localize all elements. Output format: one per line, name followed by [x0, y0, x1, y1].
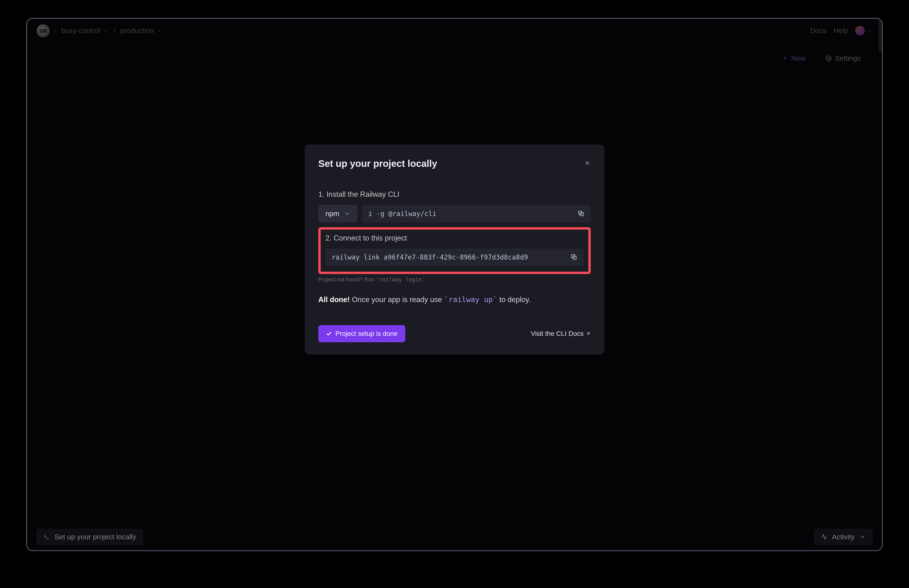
setup-locally-pill[interactable]: Set up your project locally [37, 529, 143, 545]
login-hint-cmd: `railway login` [376, 276, 425, 283]
setup-modal: Set up your project locally 1. Install t… [305, 145, 604, 354]
terminal-icon [44, 534, 50, 540]
copy-icon [577, 210, 584, 217]
external-link-icon [586, 331, 591, 336]
install-command-box: i -g @railway/cli [362, 205, 591, 223]
install-row: npm i -g @railway/cli [318, 205, 591, 223]
link-command-text: railway link a96f47e7-883f-429c-8966-f97… [332, 254, 528, 261]
done-button-label: Project setup is done [336, 330, 398, 338]
app-window: / busy-control / production Docs Help Ne… [26, 18, 883, 551]
link-command-box: railway link a96f47e7-883f-429c-8966-f97… [325, 249, 584, 266]
done-cmd: `railway up` [444, 295, 497, 304]
activity-pill[interactable]: Activity [814, 529, 872, 545]
cli-docs-label: Visit the CLI Docs [531, 330, 584, 338]
modal-footer: Project setup is done Visit the CLI Docs [318, 316, 591, 342]
copy-icon [570, 254, 577, 260]
bottombar: Set up your project locally Activity [27, 523, 882, 550]
modal-header: Set up your project locally [318, 158, 591, 179]
project-setup-done-button[interactable]: Project setup is done [318, 325, 405, 342]
step-2-highlight: 2. Connect to this project railway link … [318, 227, 591, 274]
activity-icon [821, 534, 827, 540]
login-hint-prefix: Project not found? Run [318, 276, 376, 283]
done-text: Once your app is ready use [350, 296, 444, 304]
login-hint: Project not found? Run `railway login` [318, 276, 591, 283]
modal-overlay[interactable]: Set up your project locally 1. Install t… [27, 19, 882, 550]
chevron-down-icon [344, 211, 350, 216]
modal-title: Set up your project locally [318, 158, 437, 169]
chevron-up-icon [859, 534, 865, 540]
done-suffix: to deploy. [497, 296, 531, 304]
done-message: All done! Once your app is ready use `ra… [318, 295, 591, 304]
close-icon [584, 160, 591, 166]
activity-label: Activity [832, 533, 854, 541]
visit-cli-docs-link[interactable]: Visit the CLI Docs [531, 330, 591, 338]
install-command-text: i -g @railway/cli [368, 210, 436, 218]
copy-link-button[interactable] [570, 254, 577, 261]
setup-locally-label: Set up your project locally [55, 533, 136, 541]
package-manager-value: npm [325, 210, 339, 218]
step-2-label: 2. Connect to this project [325, 234, 584, 242]
step-1-label: 1. Install the Railway CLI [318, 190, 591, 199]
copy-install-button[interactable] [577, 210, 584, 218]
done-strong: All done! [318, 296, 350, 304]
package-manager-select[interactable]: npm [318, 205, 357, 223]
check-icon [326, 331, 332, 337]
close-button[interactable] [584, 159, 591, 168]
divider [318, 179, 591, 180]
svg-line-9 [587, 333, 589, 334]
